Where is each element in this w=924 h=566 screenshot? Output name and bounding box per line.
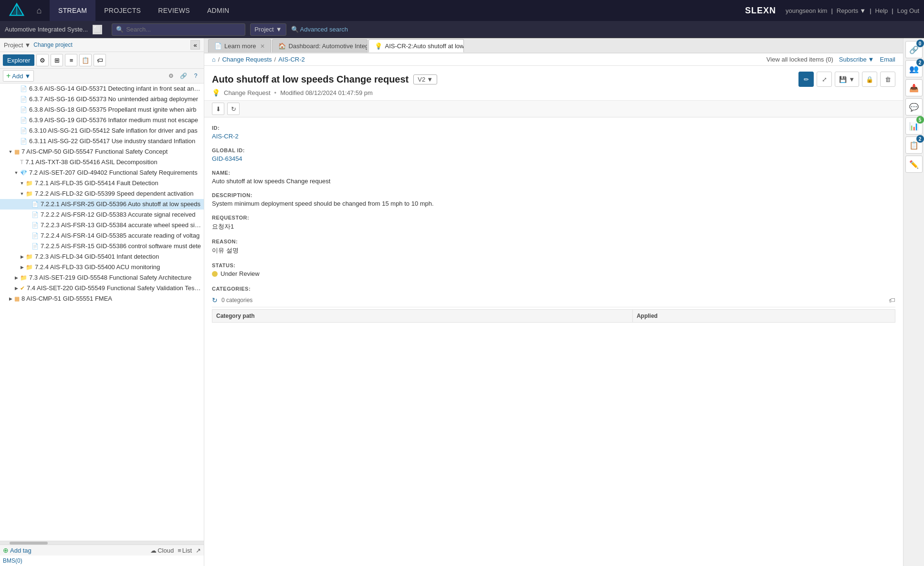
tree-item-sg16[interactable]: 📄 6.3.7 AIS-SG-16 GID-55373 No unintende… — [0, 94, 204, 105]
list-icon-btn[interactable]: ≡ — [65, 54, 77, 66]
import-button[interactable]: 📥 — [905, 79, 923, 96]
clipboard-icon-btn[interactable]: 📋 — [79, 54, 92, 66]
tree-item-set219[interactable]: ▶ 📁 7.3 AIS-SET-219 GID-55548 Functional… — [0, 273, 204, 283]
logout-link[interactable]: Log Out — [897, 7, 919, 14]
top-navigation: ⌂ STREAM PROJECTS REVIEWS ADMIN SLEXN yo… — [0, 0, 924, 21]
item-content: ID: AIS-CR-2 GLOBAL ID: GID-63454 NAME: … — [204, 117, 903, 566]
delete-button[interactable]: 🗑 — [880, 72, 895, 87]
tree-item-fsr15[interactable]: 📄 7.2.2.5 AIS-FSR-15 GID-55386 control s… — [0, 241, 204, 252]
filter-icon-btn[interactable]: ⚙ — [36, 54, 49, 66]
horizontal-scrollbar[interactable] — [0, 541, 204, 545]
nav-admin[interactable]: ADMIN — [199, 0, 238, 21]
save-dropdown-button[interactable]: 💾 ▼ — [835, 72, 859, 87]
expand-icon — [25, 222, 31, 228]
import-icon: 📥 — [909, 84, 919, 93]
help-link[interactable]: Help — [875, 7, 888, 14]
project-breadcrumb[interactable]: Project ▼ — [4, 42, 31, 49]
cr-icon: 💡 — [212, 89, 220, 96]
reports-button[interactable]: Reports ▼ — [837, 7, 866, 14]
add-button[interactable]: + Add ▼ — [3, 70, 34, 82]
tree-item-txt38[interactable]: T 7.1 AIS-TXT-38 GID-55416 ASIL Decompos… — [0, 157, 204, 168]
move-button[interactable]: ⤢ — [817, 72, 832, 87]
explorer-button[interactable]: Explorer — [3, 54, 34, 66]
edit-panel-button[interactable]: ✏️ — [905, 156, 923, 173]
app-logo[interactable] — [5, 0, 29, 21]
nav-reviews[interactable]: REVIEWS — [149, 0, 199, 21]
tree-item-fld34[interactable]: ▶ 📁 7.2.3 AIS-FLD-34 GID-55401 Infant de… — [0, 252, 204, 262]
tag-icon-categories[interactable]: 🏷 — [889, 296, 895, 304]
add-tag-button[interactable]: ⊕ Add tag — [3, 546, 32, 554]
refresh-button[interactable]: ↻ — [227, 103, 240, 115]
tree-item-sg19[interactable]: 📄 6.3.9 AIS-SG-19 GID-55376 Inflator med… — [0, 115, 204, 126]
project-dropdown[interactable]: Project ▼ — [250, 23, 286, 36]
tree-item-fsr14[interactable]: 📄 7.2.2.4 AIS-FSR-14 GID-55385 accurate … — [0, 231, 204, 241]
categories-refresh-icon[interactable]: ↻ — [212, 296, 218, 304]
categories-count: 0 categories — [221, 297, 252, 304]
comments-button[interactable]: 💬 — [905, 98, 923, 115]
list-panel-button[interactable]: 📋 2 — [905, 136, 923, 154]
settings-icon-btn[interactable]: ⚙ — [166, 71, 176, 81]
help-icon-btn[interactable]: ? — [190, 71, 201, 81]
advanced-search-link[interactable]: 🔍 Advanced search — [291, 26, 348, 33]
subscribe-button[interactable]: Subscribe ▼ — [839, 56, 874, 63]
expand-icon: ▶ — [13, 285, 19, 291]
global-id-value[interactable]: GID-63454 — [212, 155, 242, 162]
tree-item-cmp50[interactable]: ▼ ▦ 7 AIS-CMP-50 GID-55547 Functional Sa… — [0, 147, 204, 157]
tab-learn-more[interactable]: 📄 Learn more ✕ — [208, 39, 271, 52]
collapse-sidebar-button[interactable]: « — [190, 40, 200, 50]
search-box[interactable]: 🔍 — [112, 23, 245, 36]
user-name[interactable]: youngseon kim — [786, 7, 827, 14]
users-button[interactable]: 👥 2 — [905, 60, 923, 77]
analytics-button[interactable]: 📊 5 — [905, 117, 923, 135]
breadcrumb-home-icon[interactable]: ⌂ — [212, 56, 216, 63]
applied-header: Applied — [632, 309, 895, 322]
tree-item-sg22[interactable]: 📄 6.3.11 AIS-SG-22 GID-55417 Use industr… — [0, 136, 204, 147]
toggle-sidebar-button[interactable]: ⬜ — [93, 25, 102, 34]
tag-icon-btn[interactable]: 🏷 — [94, 54, 106, 66]
relations-icon: 🔗 — [909, 45, 919, 54]
right-panel: 🔗 0 👥 2 📥 💬 📊 5 📋 2 ✏️ — [903, 38, 924, 566]
sidebar: Project ▼ Change project « Explorer ⚙ ⊞ … — [0, 38, 204, 566]
tree-item-set220[interactable]: ▶ ✔ 7.4 AIS-SET-220 GID-55549 Functional… — [0, 283, 204, 293]
email-button[interactable]: Email — [880, 56, 895, 63]
chevron-down-icon-sub: ▼ — [868, 56, 874, 63]
analytics-icon: 📊 — [909, 122, 919, 131]
collapse-all-button[interactable]: ⬇ — [212, 103, 224, 115]
home-icon[interactable]: ⌂ — [29, 0, 50, 21]
tree-item-fsr12[interactable]: 📄 7.2.2.2 AIS-FSR-12 GID-55383 Accurate … — [0, 210, 204, 220]
edit-button[interactable]: ✏ — [798, 72, 814, 87]
version-badge[interactable]: V2 ▼ — [413, 74, 437, 84]
tree-item-fld32[interactable]: ▼ 📁 7.2.2 AIS-FLD-32 GID-55399 Speed dep… — [0, 189, 204, 199]
bms-link[interactable]: BMS(0) — [0, 556, 204, 566]
export-button[interactable]: ↗ — [196, 547, 201, 554]
grid-icon-btn[interactable]: ⊞ — [51, 54, 63, 66]
relations-button[interactable]: 🔗 0 — [905, 41, 923, 58]
tree-container: 📄 6.3.6 AIS-SG-14 GID-55371 Detecting in… — [0, 84, 204, 541]
tree-item-set207[interactable]: ▼ 💎 7.2 AIS-SET-207 GID-49402 Functional… — [0, 168, 204, 178]
list-button[interactable]: ≡ List — [178, 547, 192, 554]
breadcrumb-item-id[interactable]: AIS-CR-2 — [278, 56, 305, 63]
tab-cr2[interactable]: 💡 AIS-CR-2:Auto shutoff at low spe... ✕ — [368, 39, 464, 52]
tree-item-fld35[interactable]: ▼ 📁 7.2.1 AIS-FLD-35 GID-55414 Fault Det… — [0, 178, 204, 189]
tree-item-fsr13[interactable]: 📄 7.2.2.3 AIS-FSR-13 GID-55384 accurate … — [0, 220, 204, 231]
cloud-button[interactable]: ☁ Cloud — [150, 547, 174, 554]
tree-item-sg21[interactable]: 📄 6.3.10 AIS-SG-21 GID-55412 Safe inflat… — [0, 126, 204, 136]
breadcrumb-change-requests[interactable]: Change Requests — [222, 56, 272, 63]
list-icon-2: ≡ — [178, 547, 181, 554]
locked-items-link[interactable]: View all locked items (0) — [766, 56, 833, 63]
tab-dashboard[interactable]: 🏠 Dashboard: Automotive Integrated... ✕ — [272, 39, 368, 52]
lock-button[interactable]: 🔒 — [862, 72, 877, 87]
tree-item-fld33[interactable]: ▶ 📁 7.2.4 AIS-FLD-33 GID-55400 ACU monit… — [0, 262, 204, 273]
tree-item-fsr25[interactable]: 📄 7.2.2.1 AIS-FSR-25 GID-55396 Auto shut… — [0, 199, 204, 210]
tree-item-sg18[interactable]: 📄 6.3.8 AIS-SG-18 GID-55375 Propellant m… — [0, 105, 204, 115]
id-value[interactable]: AIS-CR-2 — [212, 133, 239, 140]
change-project-link[interactable]: Change project — [33, 42, 72, 48]
nav-stream[interactable]: STREAM — [50, 0, 95, 21]
cloud-icon: ☁ — [150, 547, 157, 554]
tab-close-learn[interactable]: ✕ — [260, 43, 265, 50]
search-input[interactable] — [126, 26, 221, 33]
tree-item-sg14[interactable]: 📄 6.3.6 AIS-SG-14 GID-55371 Detecting in… — [0, 84, 204, 94]
link-icon-btn[interactable]: 🔗 — [178, 71, 189, 81]
tree-item-cmp51[interactable]: ▶ ▦ 8 AIS-CMP-51 GID-55551 FMEA — [0, 293, 204, 304]
nav-projects[interactable]: PROJECTS — [95, 0, 149, 21]
